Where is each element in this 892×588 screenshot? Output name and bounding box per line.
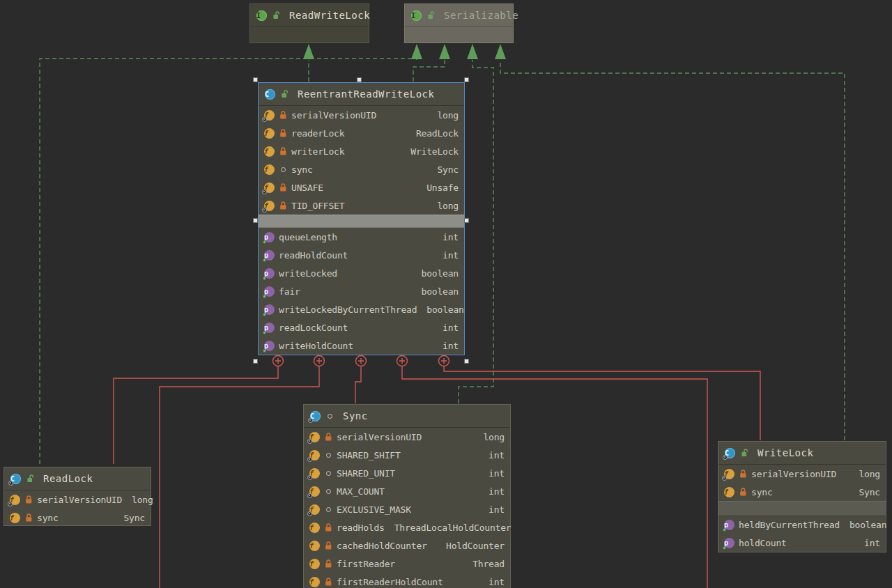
field-row[interactable]: fUNSAFEUnsafe <box>259 178 464 196</box>
static-gear-overlay <box>262 117 267 122</box>
edge-reentrant-inner-sync[interactable] <box>355 366 361 403</box>
field-icon: f <box>309 504 320 515</box>
property-row[interactable]: pheldByCurrentThreadboolean <box>718 516 886 534</box>
field-row[interactable]: freadHoldsThreadLocalHoldCounter <box>304 518 510 536</box>
selection-handle[interactable] <box>253 77 258 82</box>
realization-arrowhead <box>439 44 450 59</box>
property-type: int <box>859 538 880 548</box>
property-row[interactable]: pfairboolean <box>259 282 464 300</box>
field-row[interactable]: fserialVersionUIDlong <box>718 465 886 483</box>
edge-writelock-implements-serializable[interactable] <box>500 60 845 440</box>
property-green-dot <box>263 313 266 316</box>
field-icon: f <box>724 487 735 497</box>
field-icon: f <box>309 450 320 461</box>
icon-letter: f <box>264 128 275 139</box>
class-icon: C <box>10 474 21 484</box>
property-row[interactable]: pqueueLengthint <box>259 228 464 246</box>
property-row[interactable]: preadHoldCountint <box>259 246 464 264</box>
field-name: cachedHoldCounter <box>337 541 427 551</box>
field-row[interactable]: ffirstReaderThread <box>304 555 510 573</box>
package-visibility-icon <box>325 414 334 419</box>
private-lock-icon <box>279 201 287 210</box>
uml-diagram-canvas[interactable]: IReadWriteLockISerializableCReentrantRea… <box>0 0 892 588</box>
selection-handle[interactable] <box>253 359 258 364</box>
field-row[interactable]: fserialVersionUIDlong <box>4 490 151 509</box>
class-header[interactable]: ISerializable <box>405 4 513 27</box>
field-row[interactable]: fcachedHoldCounterHoldCounter <box>304 536 510 555</box>
static-gear-overlay <box>723 455 728 460</box>
selection-handle[interactable] <box>253 218 258 223</box>
static-gear-overlay <box>8 481 13 486</box>
field-icon: f <box>309 486 320 497</box>
class-header[interactable]: IReadWriteLock <box>250 4 369 27</box>
property-name: writeHoldCount <box>279 341 353 351</box>
class-header[interactable]: CWriteLock <box>718 442 886 465</box>
package-visibility-icon <box>279 167 287 172</box>
selection-handle[interactable] <box>464 359 469 364</box>
package-circle <box>326 507 331 512</box>
property-icon: p <box>264 323 275 333</box>
property-type: int <box>437 323 459 333</box>
private-lock-icon <box>324 559 332 568</box>
private-lock-icon <box>324 433 332 442</box>
private-lock-icon <box>24 513 33 523</box>
static-gear-overlay <box>307 493 312 498</box>
selection-handle[interactable] <box>464 77 469 82</box>
field-icon: f <box>264 183 275 193</box>
field-icon: f <box>264 146 275 157</box>
class-header[interactable]: CReentrantReadWriteLock <box>259 83 464 106</box>
field-type: ReadLock <box>410 128 459 139</box>
field-row[interactable]: fserialVersionUIDlong <box>259 106 464 124</box>
field-row[interactable]: fMAX_COUNTint <box>304 482 510 500</box>
field-type: long <box>126 495 153 505</box>
class-title: ReadWriteLock <box>289 10 370 21</box>
class-node-reentrantreadwritelock[interactable]: CReentrantReadWriteLockfserialVersionUID… <box>258 82 465 355</box>
field-row[interactable]: fsyncSync <box>718 483 886 501</box>
property-type: int <box>437 341 459 351</box>
field-row[interactable]: ffirstReaderHoldCountint <box>304 573 510 588</box>
public-key-icon <box>272 11 280 20</box>
private-lock-icon <box>24 495 33 504</box>
icon-letter: f <box>309 559 320 569</box>
field-name: serialVersionUID <box>291 110 376 121</box>
property-green-dot <box>263 295 266 298</box>
class-node-readwritelock[interactable]: IReadWriteLock <box>249 3 369 43</box>
field-icon: f <box>264 164 275 175</box>
property-type: int <box>437 250 459 261</box>
property-row[interactable]: pwriteLockedboolean <box>259 264 464 282</box>
selection-handle[interactable] <box>464 218 469 223</box>
edge-reentrant-inner-readlock[interactable] <box>114 366 278 464</box>
property-row[interactable]: pholdCountint <box>718 534 886 552</box>
icon-letter: f <box>264 146 275 157</box>
field-row[interactable]: fsyncSync <box>259 160 464 178</box>
class-node-writelock[interactable]: CWriteLockfserialVersionUIDlongfsyncSync… <box>718 441 886 552</box>
field-row[interactable]: fserialVersionUIDlong <box>304 428 510 446</box>
field-row[interactable]: freaderLockReadLock <box>259 124 464 142</box>
field-row[interactable]: fsyncSync <box>4 509 151 527</box>
property-row[interactable]: pwriteLockedByCurrentThreadboolean <box>259 300 464 318</box>
edge-reentrant-inner-offscreen-left[interactable] <box>160 366 319 588</box>
class-node-readlock[interactable]: CReadLockfserialVersionUIDlongfsyncSync <box>3 467 151 526</box>
edge-reentrant-implements-serializable[interactable] <box>413 60 445 82</box>
class-node-sync[interactable]: CSyncfserialVersionUIDlongfSHARED_SHIFTi… <box>303 404 511 588</box>
field-row[interactable]: fSHARED_SHIFTint <box>304 446 510 464</box>
field-row[interactable]: fTID_OFFSETlong <box>259 196 464 215</box>
private-lock-icon <box>324 523 332 532</box>
property-row[interactable]: pwriteHoldCountint <box>259 336 464 355</box>
class-header[interactable]: CReadLock <box>4 467 151 490</box>
field-row[interactable]: fEXCLUSIVE_MASKint <box>304 500 510 518</box>
property-type: boolean <box>416 286 459 297</box>
icon-letter: f <box>724 487 735 497</box>
class-node-serializable[interactable]: ISerializable <box>404 3 514 43</box>
selection-handle[interactable] <box>357 77 362 82</box>
static-gear-overlay <box>722 476 727 481</box>
field-row[interactable]: fSHARED_UNITint <box>304 464 510 482</box>
field-name: sync <box>751 487 773 497</box>
field-row[interactable]: fwriterLockWriteLock <box>259 142 464 160</box>
field-type: Thread <box>467 559 505 569</box>
property-name: writeLocked <box>279 268 337 279</box>
class-icon: C <box>265 89 275 100</box>
private-lock-icon <box>324 541 332 550</box>
property-row[interactable]: preadLockCountint <box>259 318 464 336</box>
class-header[interactable]: CSync <box>304 405 510 428</box>
